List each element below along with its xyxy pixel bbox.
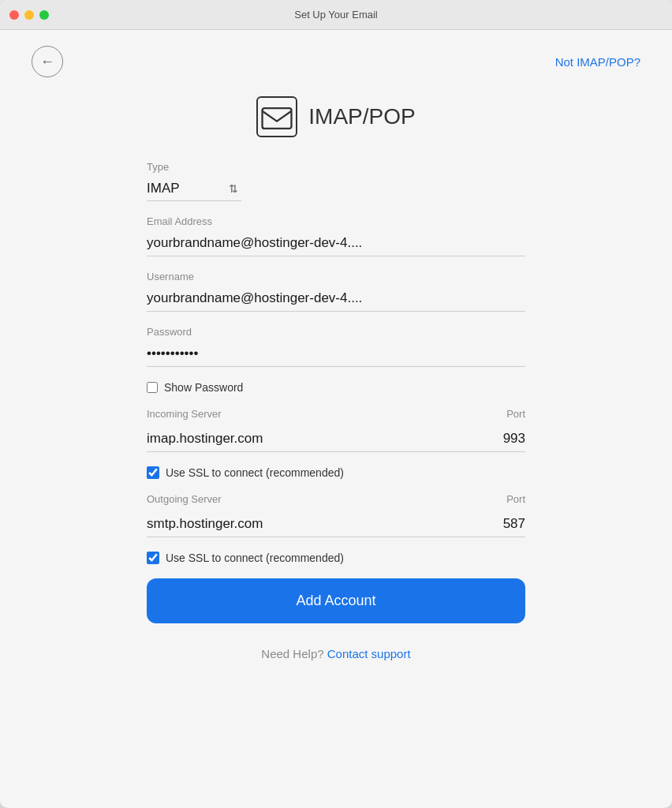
app-window: Set Up Your Email ← Not IMAP/POP? IMAP/P… [0, 0, 672, 808]
top-nav: ← Not IMAP/POP? [32, 46, 640, 77]
incoming-server-label: Incoming Server [147, 408, 222, 420]
header-icon-title: IMAP/POP [256, 96, 415, 137]
incoming-ssl-checkbox[interactable] [147, 466, 159, 479]
maximize-button[interactable] [39, 10, 49, 20]
header-section: IMAP/POP [32, 96, 640, 137]
username-label: Username [147, 271, 525, 282]
type-label: Type [147, 161, 525, 173]
incoming-port-label: Port [506, 408, 525, 420]
incoming-server-group: Incoming Server Port [147, 408, 525, 452]
incoming-server-labels: Incoming Server Port [147, 408, 525, 423]
not-imap-link[interactable]: Not IMAP/POP? [555, 55, 640, 69]
outgoing-server-row [147, 511, 525, 537]
show-password-row: Show Password [147, 381, 525, 394]
password-label: Password [147, 326, 525, 338]
show-password-label: Show Password [164, 381, 243, 394]
email-field-group: Email Address [147, 215, 525, 256]
incoming-ssl-row: Use SSL to connect (recommended) [147, 466, 525, 479]
incoming-server-input[interactable] [147, 431, 478, 447]
traffic-lights [9, 10, 49, 20]
password-field-group: Password [147, 326, 525, 367]
incoming-ssl-label: Use SSL to connect (recommended) [166, 466, 344, 479]
show-password-checkbox[interactable] [147, 382, 158, 393]
form-section: Type IMAP POP3 ⇅ Email Address Username [147, 161, 525, 660]
content-area: ← Not IMAP/POP? IMAP/POP Type [0, 30, 672, 808]
type-select-wrapper[interactable]: IMAP POP3 ⇅ [147, 176, 241, 201]
outgoing-ssl-checkbox[interactable] [147, 552, 159, 564]
title-bar: Set Up Your Email [0, 0, 672, 30]
username-input[interactable] [147, 286, 525, 312]
back-button[interactable]: ← [32, 46, 63, 77]
minimize-button[interactable] [24, 10, 34, 20]
close-button[interactable] [9, 10, 19, 20]
mail-icon [256, 96, 297, 137]
help-text-row: Need Help? Contact support [147, 647, 525, 660]
email-label: Email Address [147, 215, 525, 227]
outgoing-server-group: Outgoing Server Port [147, 493, 525, 537]
incoming-port-input[interactable] [478, 431, 525, 447]
contact-support-link[interactable]: Contact support [327, 647, 411, 660]
outgoing-ssl-label: Use SSL to connect (recommended) [166, 552, 344, 564]
incoming-server-row [147, 426, 525, 452]
type-field-group: Type IMAP POP3 ⇅ [147, 161, 525, 201]
password-input[interactable] [147, 341, 525, 367]
outgoing-server-input[interactable] [147, 516, 478, 532]
outgoing-ssl-row: Use SSL to connect (recommended) [147, 552, 525, 564]
window-title: Set Up Your Email [294, 9, 378, 21]
username-field-group: Username [147, 271, 525, 312]
outgoing-port-label: Port [506, 493, 525, 505]
outgoing-port-input[interactable] [478, 516, 525, 532]
svg-rect-0 [263, 108, 292, 129]
outgoing-server-label: Outgoing Server [147, 493, 222, 505]
type-select[interactable]: IMAP POP3 [147, 176, 241, 201]
help-text-static: Need Help? [261, 647, 323, 660]
header-title: IMAP/POP [308, 104, 415, 129]
outgoing-server-labels: Outgoing Server Port [147, 493, 525, 508]
add-account-button[interactable]: Add Account [147, 578, 525, 623]
email-input[interactable] [147, 230, 525, 256]
